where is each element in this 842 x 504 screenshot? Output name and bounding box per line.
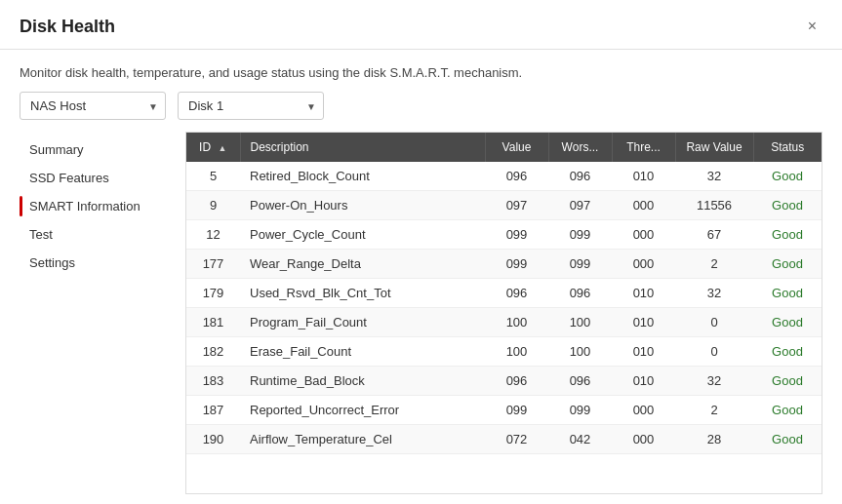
cell-value: 096: [485, 279, 548, 308]
cell-value: 097: [548, 191, 612, 220]
cell-value: 000: [612, 396, 675, 425]
cell-id: 5: [186, 162, 240, 191]
disk-selector[interactable]: Disk 1 Disk 2 Disk 3 ▼: [178, 92, 324, 120]
selectors-row: NAS Host ▼ Disk 1 Disk 2 Disk 3 ▼: [0, 92, 842, 132]
cell-status: Good: [753, 367, 822, 396]
cell-description: Used_Rsvd_Blk_Cnt_Tot: [240, 279, 485, 308]
cell-status: Good: [753, 191, 822, 220]
cell-value: 099: [485, 250, 548, 279]
cell-id: 181: [186, 308, 240, 337]
sidebar-label-smart-information: SMART Information: [29, 199, 140, 213]
cell-value: 010: [612, 308, 675, 337]
close-button[interactable]: ×: [802, 16, 822, 37]
cell-status: Good: [753, 425, 822, 454]
table-row: 177Wear_Range_Delta0990990002Good: [186, 250, 822, 279]
cell-value: 096: [548, 279, 612, 308]
cell-value: 099: [485, 396, 548, 425]
cell-description: Wear_Range_Delta: [240, 250, 485, 279]
cell-description: Runtime_Bad_Block: [240, 367, 485, 396]
cell-value: 100: [548, 337, 612, 367]
cell-description: Power_Cycle_Count: [240, 220, 485, 250]
col-header-value[interactable]: Value: [485, 133, 548, 162]
sidebar-item-summary[interactable]: Summary: [20, 136, 185, 164]
cell-value: 096: [548, 367, 612, 396]
cell-value: 010: [612, 367, 675, 396]
disk-select[interactable]: Disk 1 Disk 2 Disk 3: [178, 92, 324, 120]
smart-table: ID ▲ Description Value Wor: [186, 133, 822, 454]
col-header-description[interactable]: Description: [240, 133, 485, 162]
content-area: Summary SSD Features SMART Information T…: [0, 132, 842, 504]
cell-id: 179: [186, 279, 240, 308]
sidebar-item-test[interactable]: Test: [20, 220, 185, 249]
cell-value: 67: [675, 220, 753, 250]
cell-value: 28: [675, 425, 753, 454]
table-row: 179Used_Rsvd_Blk_Cnt_Tot09609601032Good: [186, 279, 822, 308]
cell-status: Good: [753, 220, 822, 250]
cell-value: 000: [612, 191, 675, 220]
table-row: 182Erase_Fail_Count1001000100Good: [186, 337, 822, 367]
sidebar-label-settings: Settings: [29, 255, 75, 270]
col-header-worst[interactable]: Wors...: [548, 133, 612, 162]
sidebar-item-smart-information[interactable]: SMART Information: [20, 192, 185, 220]
disk-health-modal: Disk Health × Monitor disk health, tempe…: [0, 0, 842, 504]
cell-value: 100: [485, 337, 548, 367]
description-text: Monitor disk health, temperature, and us…: [0, 50, 842, 92]
cell-value: 32: [675, 367, 753, 396]
table-row: 9Power-On_Hours09709700011556Good: [186, 191, 822, 220]
modal-title: Disk Health: [20, 17, 115, 37]
cell-value: 100: [485, 308, 548, 337]
cell-status: Good: [753, 279, 822, 308]
cell-description: Reported_Uncorrect_Error: [240, 396, 485, 425]
cell-value: 100: [548, 308, 612, 337]
col-header-id[interactable]: ID ▲: [186, 133, 240, 162]
cell-value: 0: [675, 308, 753, 337]
cell-description: Power-On_Hours: [240, 191, 485, 220]
table-row: 181Program_Fail_Count1001000100Good: [186, 308, 822, 337]
cell-id: 9: [186, 191, 240, 220]
cell-value: 000: [612, 220, 675, 250]
cell-value: 2: [675, 250, 753, 279]
cell-id: 187: [186, 396, 240, 425]
cell-value: 32: [675, 279, 753, 308]
cell-value: 099: [548, 220, 612, 250]
table-row: 12Power_Cycle_Count09909900067Good: [186, 220, 822, 250]
cell-status: Good: [753, 308, 822, 337]
col-header-raw-value[interactable]: Raw Value: [675, 133, 753, 162]
sidebar-label-test: Test: [29, 227, 53, 242]
cell-id: 183: [186, 367, 240, 396]
cell-value: 010: [612, 279, 675, 308]
sidebar: Summary SSD Features SMART Information T…: [20, 132, 185, 494]
nas-host-selector[interactable]: NAS Host ▼: [20, 92, 166, 120]
cell-value: 099: [548, 396, 612, 425]
sidebar-label-ssd-features: SSD Features: [29, 171, 109, 185]
cell-value: 2: [675, 396, 753, 425]
modal-overlay: Disk Health × Monitor disk health, tempe…: [0, 0, 842, 504]
cell-description: Erase_Fail_Count: [240, 337, 485, 367]
cell-id: 177: [186, 250, 240, 279]
cell-value: 010: [612, 162, 675, 191]
cell-id: 190: [186, 425, 240, 454]
cell-value: 010: [612, 337, 675, 367]
nas-host-select[interactable]: NAS Host: [20, 92, 166, 120]
smart-table-container: ID ▲ Description Value Wor: [185, 132, 822, 494]
cell-value: 099: [485, 220, 548, 250]
cell-value: 096: [485, 162, 548, 191]
table-row: 5Retired_Block_Count09609601032Good: [186, 162, 822, 191]
cell-description: Airflow_Temperature_Cel: [240, 425, 485, 454]
cell-value: 096: [548, 162, 612, 191]
col-header-thresh[interactable]: Thre...: [612, 133, 675, 162]
cell-description: Retired_Block_Count: [240, 162, 485, 191]
cell-value: 000: [612, 250, 675, 279]
cell-value: 11556: [675, 191, 753, 220]
col-header-status[interactable]: Status: [753, 133, 822, 162]
table-header-row: ID ▲ Description Value Wor: [186, 133, 822, 162]
sidebar-item-ssd-features[interactable]: SSD Features: [20, 164, 185, 192]
cell-value: 0: [675, 337, 753, 367]
cell-value: 072: [485, 425, 548, 454]
cell-status: Good: [753, 162, 822, 191]
cell-status: Good: [753, 396, 822, 425]
cell-status: Good: [753, 250, 822, 279]
modal-body: Monitor disk health, temperature, and us…: [0, 50, 842, 504]
table-body: 5Retired_Block_Count09609601032Good9Powe…: [186, 162, 822, 454]
sidebar-item-settings[interactable]: Settings: [20, 249, 185, 277]
